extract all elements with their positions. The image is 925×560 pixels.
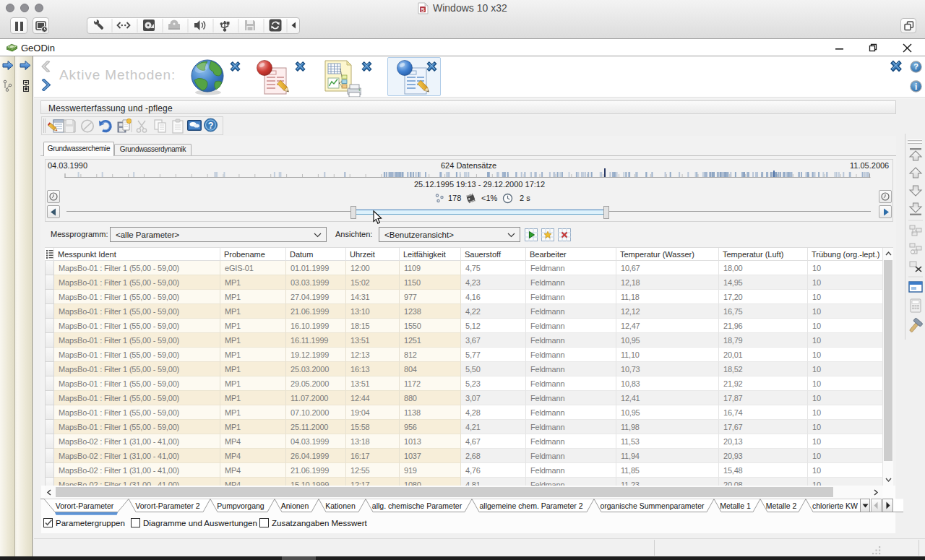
svg-text:organische Summenparameter: organische Summenparameter [600,501,705,510]
svg-text:chlorierte KW: chlorierte KW [812,501,858,510]
svg-text:Vorort-Parameter: Vorort-Parameter [56,501,114,510]
svg-text:Anionen: Anionen [281,501,309,510]
svg-text:Pumpvorgang: Pumpvorgang [217,501,264,510]
svg-text:?: ? [208,121,214,131]
svg-text:allg. chemische Parameter: allg. chemische Parameter [372,501,462,510]
svg-text:Kationen: Kationen [325,501,356,510]
svg-text:allgemeine chem. Parameter 2: allgemeine chem. Parameter 2 [480,501,583,510]
svg-text:Metalle 2: Metalle 2 [766,501,797,510]
svg-text:S: S [421,7,425,13]
svg-text:?: ? [913,62,918,71]
svg-text:Metalle 1: Metalle 1 [720,501,751,510]
svg-text:Vorort-Parameter 2: Vorort-Parameter 2 [135,501,199,510]
